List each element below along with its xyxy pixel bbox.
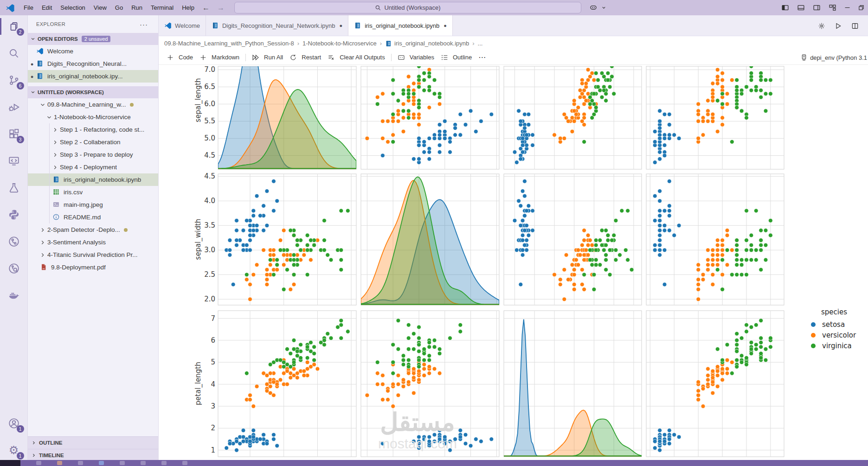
tree-item[interactable]: Step 3 - Prepare to deploy: [28, 148, 158, 161]
taskbar-icon[interactable]: [141, 461, 146, 465]
code-button[interactable]: Code: [167, 54, 193, 61]
taskbar-icon[interactable]: [57, 461, 62, 465]
toggle-panel-icon[interactable]: [795, 2, 807, 14]
run-editor-icon[interactable]: [832, 20, 844, 32]
open-editor-item[interactable]: ●iris_original_notebook.ipy...: [28, 70, 158, 83]
tab-welcome[interactable]: Welcome: [159, 15, 206, 36]
menu-terminal[interactable]: Terminal: [147, 0, 178, 15]
copilot-menu[interactable]: [585, 1, 606, 13]
open-editor-item[interactable]: Welcome: [28, 45, 158, 57]
menu-selection[interactable]: Selection: [56, 0, 89, 15]
activity-gitlens[interactable]: [0, 230, 28, 253]
activity-remote-explorer[interactable]: [0, 150, 28, 172]
forward-arrow-icon[interactable]: →: [213, 4, 228, 12]
menu-edit[interactable]: Edit: [38, 0, 56, 15]
activity-python[interactable]: [0, 204, 28, 226]
breadcrumb-label: 09.8-Machine_Learning_with_Python_Sessio…: [164, 40, 294, 47]
variables-button[interactable]: Variables: [398, 54, 434, 61]
ellipsis-icon: ⋯: [478, 53, 486, 62]
timeline-section[interactable]: TIMELINE: [28, 449, 158, 461]
tree-item-label: 1-Notebook-to-Microservice: [54, 114, 131, 121]
notebook-settings-gear-icon[interactable]: [816, 20, 828, 32]
plus-icon: [167, 54, 174, 61]
split-editor-icon[interactable]: [849, 20, 861, 32]
restart-button[interactable]: Restart: [289, 54, 321, 61]
tree-item[interactable]: 3-Sentiment Analysis: [28, 236, 158, 249]
notebook-icon: [52, 176, 60, 183]
legend-dot: [811, 322, 816, 327]
sidebar-more-actions-icon[interactable]: ···: [140, 20, 148, 28]
activity-badge: 3: [17, 136, 24, 143]
activity-gitlens-inspect[interactable]: [0, 257, 28, 280]
search-input[interactable]: Untitled (Workspace): [234, 2, 581, 13]
tree-item[interactable]: 4-Titanic Survival Prediction Pr...: [28, 249, 158, 261]
svg-text:5.0: 5.0: [204, 134, 215, 142]
taskbar-icon[interactable]: [36, 461, 41, 465]
chevron-right-icon: [52, 152, 58, 158]
customize-layout-icon[interactable]: [826, 2, 838, 14]
tree-item[interactable]: Step 4 - Deployment: [28, 161, 158, 173]
kernel-picker[interactable]: depi_env (Python 3.1: [800, 50, 868, 65]
outline-button[interactable]: Outline: [441, 54, 472, 61]
more-actions-button[interactable]: ⋯: [478, 53, 486, 62]
tree-item-label: Step 1 - Refactoring, code st...: [60, 126, 144, 133]
tree-item-label: Step 2 - Collaberation: [60, 139, 121, 146]
breadcrumb-segment[interactable]: 09.8-Machine_Learning_with_Python_Sessio…: [164, 40, 294, 47]
svg-text:1: 1: [211, 446, 215, 454]
clear-all-outputs-button[interactable]: Clear All Outputs: [328, 54, 385, 61]
open-editors-section[interactable]: OPEN EDITORS 2 unsaved: [28, 33, 158, 45]
breadcrumb-segment[interactable]: iris_original_notebook.ipynb: [385, 40, 469, 47]
tree-item[interactable]: iris.csv: [28, 186, 158, 198]
breadcrumb-segment[interactable]: ...: [478, 40, 483, 47]
menu-file[interactable]: File: [19, 0, 38, 15]
taskbar-icon[interactable]: [99, 461, 104, 465]
toggle-sidebar-icon[interactable]: [779, 2, 791, 14]
tree-item[interactable]: 2-Spam Detector -Deplo...: [28, 223, 158, 236]
tree-item[interactable]: README.md: [28, 211, 158, 223]
notebook-icon: [385, 40, 392, 47]
menu-help[interactable]: Help: [178, 0, 199, 15]
search-icon: [375, 5, 381, 11]
menu-view[interactable]: View: [90, 0, 111, 15]
taskbar-icon[interactable]: [78, 461, 83, 465]
toggle-secondary-sidebar-icon[interactable]: [810, 2, 823, 14]
taskbar-icon[interactable]: [120, 461, 125, 465]
minimize-button[interactable]: [840, 0, 854, 15]
restart-icon: [289, 54, 299, 61]
tree-item[interactable]: iris_original_notebook.ipynb: [28, 173, 158, 186]
activity-accounts[interactable]: 1: [0, 412, 28, 434]
clear-icon: [328, 54, 335, 61]
activity-settings[interactable]: ⚙1: [0, 439, 28, 461]
run-all-button[interactable]: Run All: [252, 54, 283, 61]
outline-section[interactable]: OUTLINE: [28, 436, 158, 449]
tree-item[interactable]: Step 1 - Refactoring, code st...: [28, 123, 158, 136]
taskbar-icon[interactable]: [161, 461, 167, 465]
activity-explorer[interactable]: 2: [0, 15, 28, 38]
open-editor-item[interactable]: ●Digits_Recognition_Neural...: [28, 57, 158, 70]
activity-search[interactable]: [0, 42, 28, 64]
dirty-dot: ●: [444, 23, 447, 28]
menu-go[interactable]: Go: [111, 0, 127, 15]
activity-testing[interactable]: [0, 177, 28, 199]
breadcrumb-segment[interactable]: 1-Notebook-to-Microservice: [302, 40, 377, 47]
tree-item-label: 09.8-Machine_Learning_w...: [47, 101, 126, 108]
plus-icon: [199, 54, 209, 61]
activity-source-control[interactable]: 6: [0, 69, 28, 91]
tree-item[interactable]: 9.8-Deployment.pdf: [28, 261, 158, 274]
workspace-section[interactable]: UNTITLED (WORKSPACE): [28, 86, 158, 98]
tree-item[interactable]: Step 2 - Collaberation: [28, 136, 158, 148]
tab-digits-recognition-neural-network-ipynb[interactable]: Digits_Recognition_Neural_Network.ipynb●: [206, 15, 348, 36]
markdown-button[interactable]: Markdown: [199, 54, 239, 61]
back-arrow-icon[interactable]: ←: [199, 4, 213, 12]
taskbar-icon[interactable]: [182, 461, 187, 465]
activity-docker[interactable]: [0, 284, 28, 306]
tree-item[interactable]: 1-Notebook-to-Microservice: [28, 111, 158, 123]
menu-run[interactable]: Run: [127, 0, 147, 15]
activity-extensions[interactable]: 3: [0, 123, 28, 145]
tree-item[interactable]: 09.8-Machine_Learning_w...: [28, 98, 158, 111]
activity-run-and-debug[interactable]: [0, 96, 28, 118]
tree-item[interactable]: main-img.jpeg: [28, 198, 158, 211]
tab-iris-original-notebook-ipynb[interactable]: iris_original_notebook.ipynb●: [348, 15, 453, 36]
open-editor-label: Welcome: [47, 48, 73, 55]
restore-button[interactable]: [854, 0, 868, 15]
